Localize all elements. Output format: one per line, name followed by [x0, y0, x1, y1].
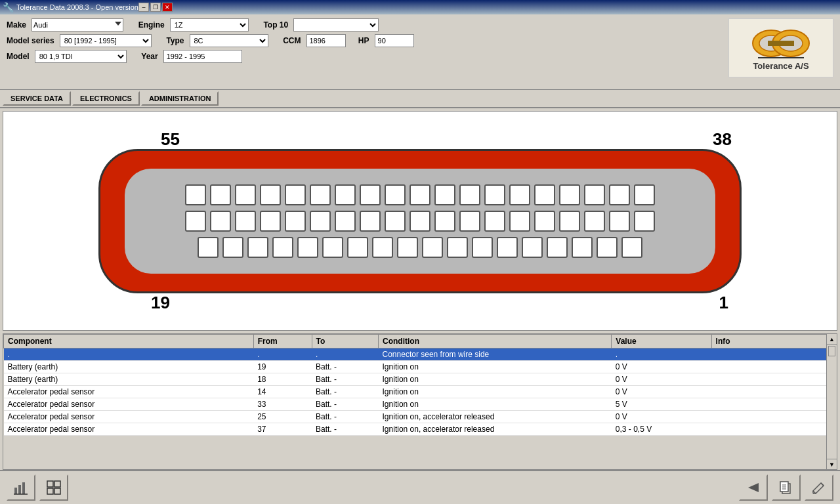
cell-condition: Ignition on [379, 361, 612, 373]
table-row[interactable]: Battery (earth)19Batt. -Ignition on0 V [4, 361, 837, 373]
copy-icon [778, 480, 794, 495]
top10-select[interactable] [293, 18, 379, 32]
pin-1-16 [559, 184, 580, 205]
table-row[interactable]: Accelerator pedal sensor14Batt. -Ignitio… [4, 386, 837, 398]
cell-info [711, 386, 836, 398]
pin-1-18 [609, 184, 630, 205]
pin-2-6 [310, 211, 331, 232]
cell-to: Batt. - [312, 386, 379, 398]
cell-component: Accelerator pedal sensor [4, 423, 254, 436]
table-scrollbar[interactable]: ▲ ▼ [826, 334, 837, 469]
header: Make Audi Engine 1Z Top 10 Model series [0, 14, 840, 90]
pin-3-11 [447, 237, 468, 258]
pin-1-8 [360, 184, 381, 205]
pin-1-11 [434, 184, 455, 205]
pin-3-16 [572, 237, 593, 258]
cell-component: . [4, 348, 254, 361]
toolbar-chart-button[interactable] [7, 474, 35, 501]
table-row[interactable]: ...Connector seen from wire side. [4, 348, 837, 361]
cell-value: 0,3 - 0,5 V [612, 423, 711, 436]
pin-1-12 [459, 184, 480, 205]
svg-rect-8 [22, 482, 25, 494]
scroll-thumb[interactable] [828, 346, 835, 356]
type-select[interactable]: 8C [190, 34, 268, 47]
cell-info [711, 361, 836, 373]
cell-component: Battery (earth) [4, 361, 254, 373]
data-table-area: Component From To Condition Value Info .… [3, 333, 837, 470]
table-row[interactable]: Accelerator pedal sensor25Batt. -Ignitio… [4, 411, 837, 423]
cell-condition: Ignition on [379, 373, 612, 386]
cell-from: . [253, 348, 312, 361]
maximize-button[interactable]: ❐ [150, 3, 161, 12]
pin-label-38: 38 [713, 129, 732, 150]
cell-value: . [612, 348, 711, 361]
ccm-input[interactable] [306, 34, 346, 47]
table-row[interactable]: Battery (earth)18Batt. -Ignition on0 V [4, 373, 837, 386]
model-series-label: Model series [7, 36, 54, 45]
engine-select[interactable]: 1Z [170, 18, 249, 32]
cell-condition: Ignition on, accelerator released [379, 411, 612, 423]
pin-3-12 [472, 237, 493, 258]
pin-2-5 [285, 211, 306, 232]
pin-3-4 [272, 237, 293, 258]
make-label: Make [7, 20, 26, 30]
connector-diagram: 55 38 37 20 19 1 [59, 123, 781, 320]
make-select[interactable]: Audi [32, 18, 123, 32]
type-label: Type [166, 36, 184, 45]
col-component: Component [4, 335, 254, 348]
pin-3-8 [372, 237, 393, 258]
toolbar-edit-button[interactable] [805, 474, 833, 501]
toolbar-back-button[interactable] [739, 474, 768, 501]
cell-condition: Ignition on [379, 386, 612, 398]
pin-3-15 [547, 237, 568, 258]
year-input[interactable] [163, 50, 242, 63]
cell-to: Batt. - [312, 373, 379, 386]
pin-2-13 [484, 211, 505, 232]
svg-rect-13 [54, 488, 60, 494]
model-select[interactable]: 80 1,9 TDI [35, 50, 127, 63]
table-row[interactable]: Accelerator pedal sensor33Batt. -Ignitio… [4, 398, 837, 411]
pin-3-14 [522, 237, 543, 258]
pin-1-3 [235, 184, 256, 205]
window-icon: 🔧 [3, 2, 14, 12]
pin-3-7 [347, 237, 368, 258]
model-series-select[interactable]: 80 [1992 - 1995] [60, 34, 152, 47]
toolbar-grid-button[interactable] [39, 474, 68, 501]
grid-icon [46, 480, 62, 495]
scroll-down[interactable]: ▼ [827, 459, 837, 469]
minimize-button[interactable]: – [138, 3, 149, 12]
hp-input[interactable] [375, 34, 414, 47]
pin-3-2 [222, 237, 243, 258]
pin-1-19 [634, 184, 655, 205]
menu-service-data[interactable]: SERVICE DATA [3, 91, 71, 106]
close-button[interactable]: ✕ [162, 3, 173, 12]
pin-row-2 [185, 211, 655, 232]
cell-from: 14 [253, 386, 312, 398]
cell-to: Batt. - [312, 411, 379, 423]
menu-administration[interactable]: ADMINISTRATION [141, 91, 219, 106]
pin-2-11 [434, 211, 455, 232]
pin-2-2 [210, 211, 231, 232]
pin-3-13 [497, 237, 518, 258]
pin-1-9 [385, 184, 406, 205]
cell-to: Batt. - [312, 398, 379, 411]
pin-2-19 [634, 211, 655, 232]
hp-label: HP [358, 36, 369, 45]
logo-area: Tolerance A/S [728, 18, 833, 77]
engine-label: Engine [138, 20, 165, 30]
svg-rect-10 [47, 481, 53, 487]
menu-electronics[interactable]: ELECTRONICS [72, 91, 140, 106]
ccm-label: CCM [283, 36, 301, 45]
cell-info [711, 411, 836, 423]
cell-condition: Ignition on, accelerator released [379, 423, 612, 436]
toolbar-copy-button[interactable] [772, 474, 801, 501]
pin-row-3 [198, 237, 642, 258]
col-to: To [312, 335, 379, 348]
title-bar: 🔧 Tolerance Data 2008.3 - Open version –… [0, 0, 840, 14]
back-icon [746, 480, 761, 495]
scroll-up[interactable]: ▲ [827, 334, 837, 345]
cell-info [711, 423, 836, 436]
table-row[interactable]: Accelerator pedal sensor37Batt. -Ignitio… [4, 423, 837, 436]
pin-2-12 [459, 211, 480, 232]
cell-value: 0 V [612, 386, 711, 398]
